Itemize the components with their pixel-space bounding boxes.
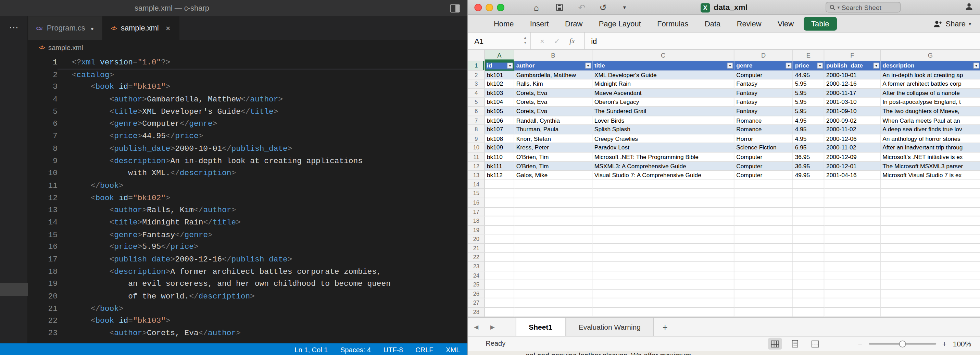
cell-D8[interactable]: Romance [735,125,793,134]
column-header-A[interactable]: A [485,50,514,61]
cell-D10[interactable]: Science Fiction [735,144,793,153]
cell-G5[interactable]: In post-apocalypse England, t [881,98,980,107]
filter-button-icon[interactable]: ▼ [873,63,879,69]
cell-F19[interactable] [824,225,881,235]
row-header-12[interactable]: 12 [468,162,485,171]
zoom-slider-thumb[interactable] [899,340,906,347]
cell-D18[interactable] [735,217,793,226]
code-line[interactable]: 19 an evil sorceress, and her own childh… [28,278,468,291]
cell-E22[interactable] [793,253,824,262]
cell-A11[interactable]: bk110 [485,152,514,162]
column-header-G[interactable]: G [881,50,980,61]
cell-D26[interactable] [735,289,793,299]
row-header-4[interactable]: 4 [468,89,485,98]
page-layout-view-button[interactable] [788,338,802,350]
row-header-24[interactable]: 24 [468,271,485,281]
cell-E14[interactable] [793,180,824,189]
cell-B21[interactable] [514,244,592,253]
cell-E24[interactable] [793,271,824,281]
cell-E13[interactable]: 49.95 [793,171,824,180]
sheet-nav-left-icon[interactable]: ◀ [468,318,484,336]
cell-G13[interactable]: Microsoft Visual Studio 7 is ex [881,171,980,180]
cell-C24[interactable] [592,271,734,281]
code-line[interactable]: 2<catalog> [28,69,468,82]
row-header-8[interactable]: 8 [468,125,485,134]
formula-input[interactable]: id [585,32,980,50]
cell-G28[interactable] [881,308,980,317]
minimize-button[interactable] [485,4,493,11]
cell-D16[interactable] [735,198,793,207]
cell-C15[interactable] [592,189,734,198]
cell-A17[interactable] [485,207,514,217]
cell-B1[interactable]: author▼ [514,61,592,70]
cell-E9[interactable]: 4.95 [793,134,824,144]
status-item[interactable]: XML [446,345,460,353]
cell-D4[interactable]: Fantasy [735,89,793,98]
cell-E7[interactable]: 4.95 [793,116,824,125]
cell-C4[interactable]: Maeve Ascendant [592,89,734,98]
cell-F14[interactable] [824,180,881,189]
cell-D11[interactable]: Computer [735,152,793,162]
cell-E6[interactable]: 5.95 [793,107,824,116]
code-line[interactable]: 15 <genre>Fantasy</genre> [28,229,468,241]
normal-view-button[interactable] [768,338,782,350]
row-header-25[interactable]: 25 [468,280,485,289]
cell-D23[interactable] [735,262,793,271]
cell-A10[interactable]: bk109 [485,144,514,153]
close-icon[interactable]: × [166,23,170,32]
cell-E4[interactable]: 5.95 [793,89,824,98]
cell-A6[interactable]: bk105 [485,107,514,116]
code-line[interactable]: 8 <publish_date>2000-10-01</publish_date… [28,143,468,155]
cell-F24[interactable] [824,271,881,281]
ribbon-tab-data[interactable]: Data [697,16,729,30]
cell-A9[interactable]: bk108 [485,134,514,144]
cell-A21[interactable] [485,244,514,253]
tab-program-cs[interactable]: C# Program.cs ● [28,16,102,40]
cell-D24[interactable] [735,271,793,281]
cell-B9[interactable]: Knorr, Stefan [514,134,592,144]
row-header-7[interactable]: 7 [468,116,485,125]
cell-E20[interactable] [793,235,824,244]
cell-G6[interactable]: The two daughters of Maeve, [881,107,980,116]
cell-E19[interactable] [793,225,824,235]
cell-E18[interactable] [793,217,824,226]
row-header-1[interactable]: 1 [468,61,485,70]
cell-C5[interactable]: Oberon's Legacy [592,98,734,107]
code-line[interactable]: 6 <genre>Computer</genre> [28,118,468,131]
cell-D3[interactable]: Fantasy [735,80,793,89]
cell-F21[interactable] [824,244,881,253]
column-header-C[interactable]: C [592,50,734,61]
cell-F27[interactable] [824,299,881,308]
cell-C10[interactable]: Paradox Lost [592,144,734,153]
cell-C13[interactable]: Visual Studio 7: A Comprehensive Guide [592,171,734,180]
row-header-18[interactable]: 18 [468,217,485,226]
code-line[interactable]: 10 with XML.</description> [28,168,468,180]
insert-function-icon[interactable]: fx [570,36,575,46]
cell-D19[interactable] [735,225,793,235]
cell-D28[interactable] [735,308,793,317]
column-header-D[interactable]: D [735,50,793,61]
contacts-icon[interactable] [964,2,974,11]
cell-B22[interactable] [514,253,592,262]
cancel-entry-icon[interactable]: × [540,37,544,46]
cell-C17[interactable] [592,207,734,217]
cell-C26[interactable] [592,289,734,299]
cell-F16[interactable] [824,198,881,207]
cell-C16[interactable] [592,198,734,207]
ribbon-tab-formulas[interactable]: Formulas [649,16,697,30]
row-header-5[interactable]: 5 [468,98,485,107]
cell-A5[interactable]: bk104 [485,98,514,107]
cell-C8[interactable]: Splish Splash [592,125,734,134]
cell-C22[interactable] [592,253,734,262]
row-header-20[interactable]: 20 [468,235,485,244]
cell-C11[interactable]: Microsoft .NET: The Programming Bible [592,152,734,162]
row-header-14[interactable]: 14 [468,180,485,189]
cell-C20[interactable] [592,235,734,244]
cell-G4[interactable]: After the collapse of a nanote [881,89,980,98]
name-box[interactable]: A1 ▲ ▼ [468,32,531,50]
code-line[interactable]: 20 of the world.</description> [28,291,468,303]
search-scope-chevron-icon[interactable]: ▾ [838,5,840,10]
cell-G21[interactable] [881,244,980,253]
cell-B18[interactable] [514,217,592,226]
cell-B7[interactable]: Randall, Cynthia [514,116,592,125]
